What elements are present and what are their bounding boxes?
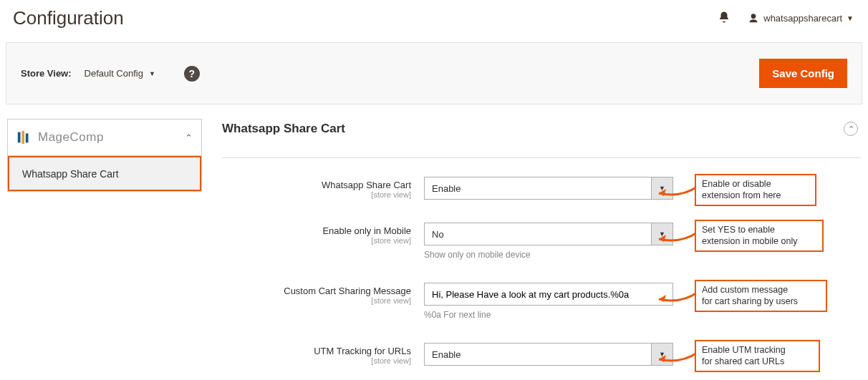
svg-rect-1 bbox=[21, 131, 24, 144]
sidebar-group-label: MageComp bbox=[38, 130, 104, 145]
select-value: Enable bbox=[425, 177, 651, 199]
svg-rect-2 bbox=[26, 134, 29, 143]
section-title: Whatsapp Share Cart bbox=[222, 122, 844, 136]
field-scope: [store view] bbox=[222, 236, 411, 245]
field-label-enable: Whatsapp Share Cart bbox=[222, 180, 411, 190]
store-view-label: Store View: bbox=[21, 68, 72, 79]
section-collapse-icon[interactable]: ⌃ bbox=[844, 122, 858, 136]
select-utm[interactable]: Enable ▼ bbox=[424, 343, 673, 366]
field-note-mobile: Show only on mobile device bbox=[424, 250, 673, 260]
sidebar-item-whatsapp-share-cart[interactable]: Whatsapp Share Cart bbox=[8, 156, 201, 191]
chevron-up-icon: ⌃ bbox=[185, 132, 193, 143]
select-value: Enable bbox=[425, 344, 651, 365]
caret-down-icon: ▼ bbox=[847, 14, 854, 22]
user-menu[interactable]: whatsappsharecart ▼ bbox=[748, 13, 854, 24]
field-label-mobile-only: Enable only in Mobile bbox=[222, 225, 411, 236]
field-note-message: %0a For next line bbox=[424, 310, 673, 320]
config-sidebar: MageComp ⌃ Whatsapp Share Cart bbox=[7, 119, 202, 192]
select-value: No bbox=[425, 223, 651, 245]
user-icon bbox=[748, 13, 759, 24]
callout-mobile: Set YES to enable extension in mobile on… bbox=[695, 220, 824, 252]
store-view-value: Default Config bbox=[85, 68, 143, 79]
magecomp-logo-icon bbox=[16, 130, 32, 145]
callout-message: Add custom message for cart sharing by u… bbox=[695, 280, 827, 312]
dropdown-icon[interactable]: ▼ bbox=[651, 177, 672, 199]
callout-utm: Enable UTM tracking for shared cart URLs bbox=[695, 340, 820, 372]
sidebar-group-magecomp[interactable]: MageComp ⌃ bbox=[8, 120, 201, 156]
select-enable[interactable]: Enable ▼ bbox=[424, 177, 673, 200]
field-scope: [store view] bbox=[222, 296, 411, 305]
dropdown-icon[interactable]: ▼ bbox=[651, 344, 672, 365]
user-name: whatsappsharecart bbox=[763, 13, 842, 24]
notifications-icon[interactable] bbox=[718, 11, 730, 26]
field-label-utm: UTM Tracking for URLs bbox=[222, 346, 411, 356]
input-custom-message[interactable] bbox=[424, 283, 673, 306]
svg-rect-0 bbox=[18, 132, 21, 143]
page-title: Configuration bbox=[13, 7, 718, 29]
store-view-switcher[interactable]: Default Config ▼ bbox=[85, 68, 155, 79]
callout-enable: Enable or disable extension from here bbox=[695, 174, 816, 206]
help-icon[interactable]: ? bbox=[184, 66, 200, 82]
caret-down-icon: ▼ bbox=[149, 70, 155, 77]
field-label-message: Custom Cart Sharing Message bbox=[222, 286, 411, 296]
field-scope: [store view] bbox=[222, 190, 411, 199]
field-scope: [store view] bbox=[222, 356, 411, 365]
select-mobile-only[interactable]: No ▼ bbox=[424, 223, 673, 245]
dropdown-icon[interactable]: ▼ bbox=[651, 223, 672, 245]
save-config-button[interactable]: Save Config bbox=[759, 59, 847, 88]
